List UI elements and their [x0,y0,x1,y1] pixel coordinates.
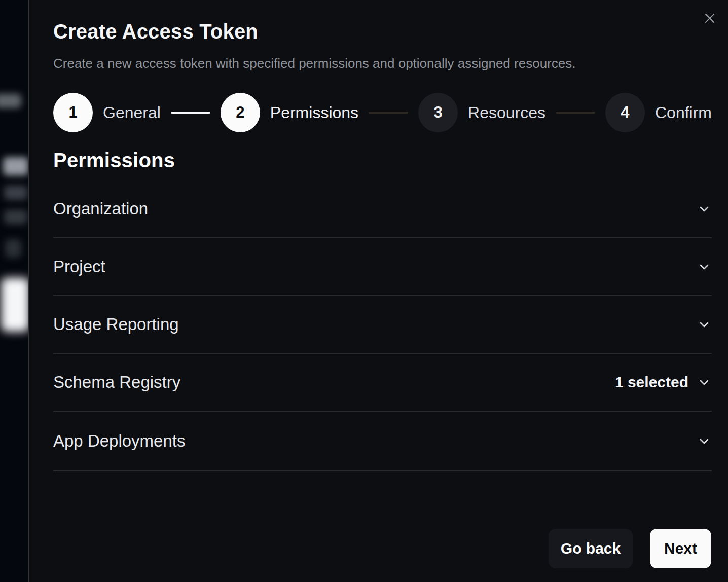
step-label: Confirm [655,103,712,122]
step-confirm[interactable]: 4 Confirm [605,93,712,132]
close-icon [704,12,716,24]
accordion-row-organization[interactable]: Organization [53,180,712,238]
accordion-row-usage-reporting[interactable]: Usage Reporting [53,296,712,354]
step-label: Resources [468,103,545,122]
dialog-footer: Go back Next [549,529,711,568]
accordion-label: Schema Registry [53,373,180,392]
close-button[interactable] [702,10,718,26]
step-connector [556,112,595,114]
selection-count-badge: 1 selected [615,374,688,391]
chevron-down-icon [697,375,712,390]
step-number-badge: 3 [418,93,458,132]
accordion-label: Usage Reporting [53,315,179,334]
chevron-down-icon [697,201,712,216]
next-button[interactable]: Next [650,529,711,568]
go-back-button[interactable]: Go back [549,529,633,568]
accordion-row-app-deployments[interactable]: App Deployments [53,412,712,471]
background-artifact [0,94,21,108]
background-artifact [5,239,21,258]
step-resources[interactable]: 3 Resources [418,93,545,132]
step-general[interactable]: 1 General [53,93,161,132]
dialog-subtitle: Create a new access token with specified… [53,56,575,71]
step-permissions[interactable]: 2 Permissions [221,93,358,132]
chevron-down-icon [697,317,712,332]
step-label: Permissions [270,103,358,122]
background-page-strip [0,0,28,582]
step-number-badge: 1 [53,93,93,132]
accordion-label: Organization [53,199,148,219]
chevron-down-icon [697,433,712,449]
accordion-label: App Deployments [53,431,185,451]
create-access-token-dialog: Create Access Token Create a new access … [28,0,728,582]
accordion-row-project[interactable]: Project [53,238,712,296]
permissions-accordion: Organization Project Usage Reporting [53,180,712,471]
step-connector [171,112,210,114]
chevron-down-icon [697,259,712,274]
background-artifact [3,157,28,175]
step-connector [369,112,408,114]
background-artifact [4,210,27,224]
dialog-title: Create Access Token [53,20,258,43]
permissions-section-heading: Permissions [53,149,175,172]
background-artifact [4,186,27,200]
accordion-row-schema-registry[interactable]: Schema Registry 1 selected [53,354,712,412]
step-number-badge: 4 [605,93,645,132]
background-artifact [1,278,28,332]
step-number-badge: 2 [221,93,260,132]
wizard-stepper: 1 General 2 Permissions 3 Resources 4 Co… [53,93,712,132]
accordion-label: Project [53,257,105,276]
step-label: General [103,103,161,122]
